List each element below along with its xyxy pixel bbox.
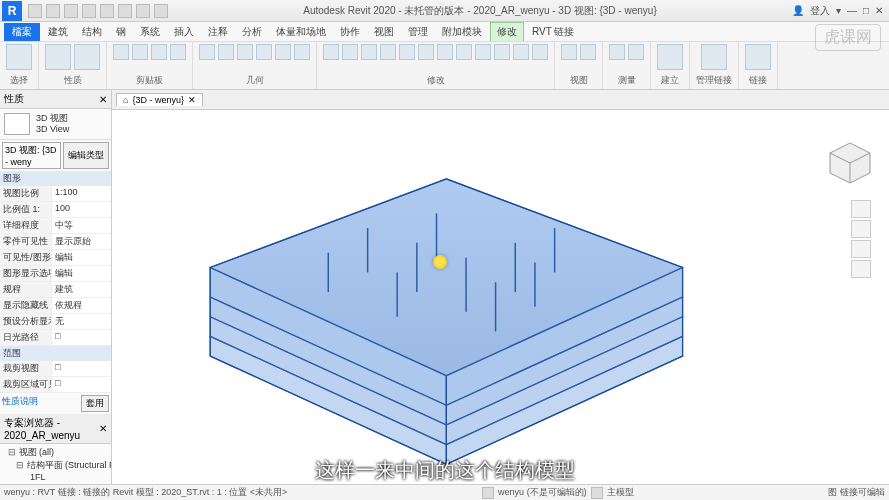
main-model-label[interactable]: 主模型 xyxy=(607,486,634,499)
browser-item[interactable]: 2FL xyxy=(2,482,109,484)
ribbon-button[interactable] xyxy=(418,44,434,60)
properties-header: 性质 ✕ xyxy=(0,90,111,109)
qat-btn[interactable] xyxy=(82,4,96,18)
viewport-3d[interactable] xyxy=(112,110,889,484)
browser-close-icon[interactable]: ✕ xyxy=(99,423,107,434)
ribbon-button[interactable] xyxy=(74,44,100,70)
ribbon-button[interactable] xyxy=(701,44,727,70)
maximize-icon[interactable]: □ xyxy=(863,5,869,16)
ribbon-tab[interactable]: 注释 xyxy=(202,23,234,41)
browser-group[interactable]: ⊟ 结构平面 (Structural Plan) xyxy=(2,459,109,472)
project-browser[interactable]: ⊟ 视图 (all)⊟ 结构平面 (Structural Plan)1FL2FL… xyxy=(0,444,111,484)
property-row[interactable]: 图形显示选项编辑 xyxy=(0,266,111,282)
ribbon-tab[interactable]: 结构 xyxy=(76,23,108,41)
nav-zoom-icon[interactable] xyxy=(851,240,871,258)
nav-orbit-icon[interactable] xyxy=(851,260,871,278)
ribbon-tab[interactable]: 附加模块 xyxy=(436,23,488,41)
ribbon-button[interactable] xyxy=(342,44,358,60)
qat-btn[interactable] xyxy=(118,4,132,18)
property-row[interactable]: 日光路径□ xyxy=(0,330,111,346)
browser-item[interactable]: 1FL xyxy=(2,472,109,482)
qat-btn[interactable] xyxy=(154,4,168,18)
ribbon-tab[interactable]: 协作 xyxy=(334,23,366,41)
ribbon-tab[interactable]: 插入 xyxy=(168,23,200,41)
ribbon-tab[interactable]: 分析 xyxy=(236,23,268,41)
ribbon-button[interactable] xyxy=(380,44,396,60)
nav-wheel-icon[interactable] xyxy=(851,200,871,218)
property-row[interactable]: 比例值 1:100 xyxy=(0,202,111,218)
nav-pan-icon[interactable] xyxy=(851,220,871,238)
ribbon-button[interactable] xyxy=(399,44,415,60)
property-row[interactable]: 显示隐藏线依规程 xyxy=(0,298,111,314)
ribbon-button[interactable] xyxy=(437,44,453,60)
ribbon-tab[interactable]: 钢 xyxy=(110,23,132,41)
edit-type-button[interactable]: 编辑类型 xyxy=(63,142,109,169)
file-tab[interactable]: 檔案 xyxy=(4,23,40,41)
status-right[interactable]: 图 链接可编辑 xyxy=(828,486,885,499)
apply-button[interactable]: 套用 xyxy=(81,395,109,412)
property-row[interactable]: 规程建筑 xyxy=(0,282,111,298)
ribbon-button[interactable] xyxy=(45,44,71,70)
ribbon-tab[interactable]: 修改 xyxy=(490,22,524,41)
ribbon-button[interactable] xyxy=(113,44,129,60)
ribbon-tab[interactable]: 建筑 xyxy=(42,23,74,41)
ribbon-button[interactable] xyxy=(580,44,596,60)
ribbon-button[interactable] xyxy=(532,44,548,60)
qat-btn[interactable] xyxy=(100,4,114,18)
quick-access-toolbar xyxy=(28,4,168,18)
qat-btn[interactable] xyxy=(46,4,60,18)
user-icon[interactable]: 👤 xyxy=(792,5,804,16)
browser-root[interactable]: ⊟ 视图 (all) xyxy=(2,446,109,459)
ribbon-button[interactable] xyxy=(628,44,644,60)
ribbon-button[interactable] xyxy=(294,44,310,60)
ribbon-tab[interactable]: 视图 xyxy=(368,23,400,41)
properties-close-icon[interactable]: ✕ xyxy=(99,94,107,105)
ribbon-button[interactable] xyxy=(237,44,253,60)
qat-btn[interactable] xyxy=(28,4,42,18)
ribbon-button[interactable] xyxy=(275,44,291,60)
property-row[interactable]: 零件可见性显示原始 xyxy=(0,234,111,250)
instance-selector[interactable]: 3D 视图: {3D - weny xyxy=(2,142,61,169)
ribbon-tab[interactable]: RVT 链接 xyxy=(526,23,580,41)
ribbon-button[interactable] xyxy=(256,44,272,60)
qat-btn[interactable] xyxy=(136,4,150,18)
login-link[interactable]: 登入 xyxy=(810,4,830,18)
ribbon-tab[interactable]: 系统 xyxy=(134,23,166,41)
ribbon-button[interactable] xyxy=(475,44,491,60)
property-row[interactable]: 详细程度中等 xyxy=(0,218,111,234)
app-logo[interactable]: R xyxy=(2,1,22,21)
property-row[interactable]: 裁剪视图□ xyxy=(0,361,111,377)
status-icon[interactable] xyxy=(482,487,494,499)
property-row[interactable]: 预设分析显示...无 xyxy=(0,314,111,330)
ribbon-button[interactable] xyxy=(609,44,625,60)
type-selector[interactable]: 3D 视图 3D View xyxy=(0,109,111,140)
close-icon[interactable]: ✕ xyxy=(875,5,883,16)
qat-btn[interactable] xyxy=(64,4,78,18)
property-row[interactable]: 视图比例1:100 xyxy=(0,186,111,202)
ribbon-button[interactable] xyxy=(132,44,148,60)
ribbon-button[interactable] xyxy=(323,44,339,60)
ribbon-button[interactable] xyxy=(456,44,472,60)
tab-close-icon[interactable]: ✕ xyxy=(188,95,196,105)
view-cube[interactable] xyxy=(825,138,875,188)
ribbon-button[interactable] xyxy=(199,44,215,60)
ribbon-button[interactable] xyxy=(6,44,32,70)
ribbon-button[interactable] xyxy=(361,44,377,60)
ribbon-button[interactable] xyxy=(170,44,186,60)
property-row[interactable]: 可见性/图形...编辑 xyxy=(0,250,111,266)
props-help[interactable]: 性质说明 xyxy=(2,395,79,412)
ribbon-tab[interactable]: 体量和场地 xyxy=(270,23,332,41)
ribbon-button[interactable] xyxy=(561,44,577,60)
ribbon-button[interactable] xyxy=(657,44,683,70)
status-icon[interactable] xyxy=(591,487,603,499)
ribbon-button[interactable] xyxy=(513,44,529,60)
property-row[interactable]: 裁剪区域可见□ xyxy=(0,377,111,393)
ribbon-button[interactable] xyxy=(151,44,167,60)
ribbon-button[interactable] xyxy=(745,44,771,70)
ribbon-button[interactable] xyxy=(218,44,234,60)
minimize-icon[interactable]: — xyxy=(847,5,857,16)
ribbon-tab[interactable]: 管理 xyxy=(402,23,434,41)
help-icon[interactable]: ▾ xyxy=(836,5,841,16)
ribbon-button[interactable] xyxy=(494,44,510,60)
doc-tab[interactable]: ⌂ {3D - wenyu} ✕ xyxy=(116,93,203,106)
